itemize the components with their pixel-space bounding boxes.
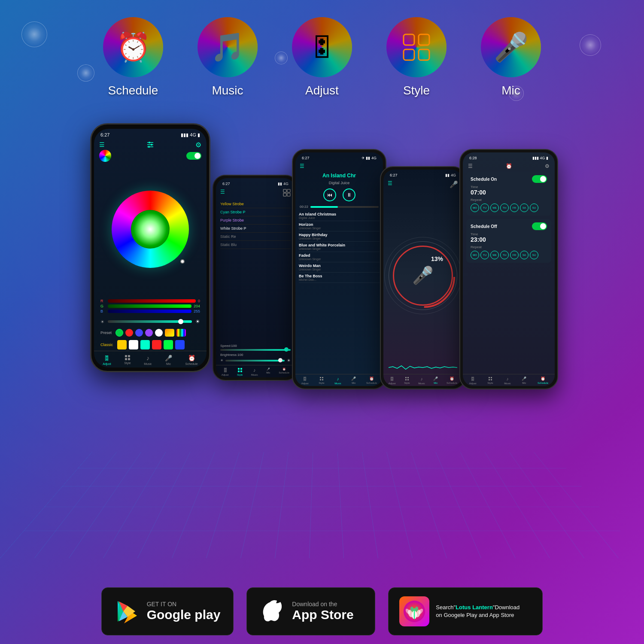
music-nav-mic[interactable]: 🎤 Mic xyxy=(351,377,356,385)
style-nav-mic-label: Mic xyxy=(266,371,270,374)
music-nav-adjust[interactable]: 🎛 Adjust xyxy=(301,377,309,385)
day-fr[interactable]: FR xyxy=(510,204,519,212)
nav-music[interactable]: ♪ Music xyxy=(144,355,152,365)
preset-white[interactable] xyxy=(155,329,163,337)
day-th[interactable]: TH xyxy=(500,204,509,212)
preset-rainbow[interactable] xyxy=(176,329,186,337)
day-mo[interactable]: MO xyxy=(471,204,479,212)
style-nav-music[interactable]: ♪ Music xyxy=(251,368,258,376)
google-play-button[interactable]: GET IT ON Google play xyxy=(101,587,234,635)
day-off-we[interactable]: WE xyxy=(490,251,499,259)
song-entry-0[interactable]: An Island Christmas Digital Juice xyxy=(299,211,380,221)
music-nav-adjust-icon: 🎛 xyxy=(303,377,307,381)
song-entry-5[interactable]: Weirdo Man Unknown Singer xyxy=(299,262,380,273)
classic-blue[interactable] xyxy=(175,340,185,349)
sch-nav-mic[interactable]: 🎤 Mic xyxy=(522,377,526,385)
nav-mic[interactable]: 🎤 Mic xyxy=(165,355,172,365)
color-wheel[interactable] xyxy=(112,191,189,268)
style-item-5[interactable]: Static Re xyxy=(220,233,291,241)
nav-adjust[interactable]: 🎛 Adjust xyxy=(103,355,111,365)
day-off-mo[interactable]: MO xyxy=(471,251,479,259)
style-item-2[interactable]: Cyan Strobe P xyxy=(220,208,291,216)
day-off-sa[interactable]: SA xyxy=(520,251,529,259)
preset-green[interactable] xyxy=(115,329,123,337)
speed-track[interactable] xyxy=(220,349,291,351)
time-track[interactable] xyxy=(310,206,379,208)
day-off-tu[interactable]: TU xyxy=(480,251,489,259)
brightness-track[interactable] xyxy=(108,320,192,323)
schedule-on-toggle[interactable] xyxy=(532,175,547,183)
style-item-3[interactable]: Purple Strobe xyxy=(220,216,291,225)
sch-nav-style[interactable]: Style xyxy=(487,377,493,385)
song-entry-6[interactable]: Be The Boss Michel Doo... xyxy=(299,273,380,283)
style-nav-style[interactable]: Style xyxy=(237,368,243,376)
sch-nav-style-icon xyxy=(488,377,492,381)
day-off-th[interactable]: TH xyxy=(500,251,509,259)
style-item-6[interactable]: Static Blu xyxy=(220,241,291,249)
style-nav-schedule[interactable]: ⏰ Schedule xyxy=(279,368,289,376)
sch-nav-adjust[interactable]: 🎛 Adjust xyxy=(469,377,477,385)
main-phone: 6:27 ▮▮▮ 4G ▮ ☰ ⚙ xyxy=(90,123,210,372)
main-top-bar: ☰ ⚙ xyxy=(94,140,207,150)
day-buttons-off: MO TU WE TH FR SA SU xyxy=(471,251,547,259)
power-toggle[interactable] xyxy=(186,152,201,160)
sch-nav-schedule[interactable]: ⏰ Schedule xyxy=(538,377,548,385)
style-nav-mic[interactable]: 🎤 Mic xyxy=(266,368,270,376)
schedule-off-toggle[interactable] xyxy=(532,222,547,230)
preset-cct[interactable] xyxy=(165,329,174,337)
style-nav-adjust[interactable]: 🎛 Adjust xyxy=(222,368,229,376)
song-entry-4[interactable]: Faded Unknown Singer xyxy=(299,252,380,262)
sch-nav-music[interactable]: ♪ Music xyxy=(504,377,511,385)
style-item-4[interactable]: White Strobe P xyxy=(220,225,291,233)
mic-nav-adjust[interactable]: 🎛 Adjust xyxy=(389,377,396,385)
style-item-1[interactable]: Yellow Strobe xyxy=(220,200,291,208)
svg-rect-29 xyxy=(405,379,407,380)
day-tu[interactable]: TU xyxy=(480,204,489,212)
music-nav-mic-label: Mic xyxy=(352,382,355,384)
music-nav-schedule[interactable]: ⏰ Schedule xyxy=(366,377,377,385)
main-signal: ▮▮▮ 4G ▮ xyxy=(181,132,200,138)
mic-nav-schedule[interactable]: ⏰ Schedule xyxy=(447,377,457,385)
mic-nav-style-label: Style xyxy=(404,382,410,384)
music-nav-music[interactable]: ♪ Music xyxy=(334,377,341,385)
mic-phone: 6:27 ▮▮ 4G ☰ 🎤 13% 🎤 xyxy=(380,166,466,389)
svg-rect-2 xyxy=(404,49,414,60)
brightness-track-2[interactable] xyxy=(225,360,285,361)
pause-btn[interactable]: ⏸ xyxy=(343,188,355,201)
day-su[interactable]: SU xyxy=(530,204,538,212)
lotus-lantern-button[interactable]: Search"Lotus Lantern"Download on Googele… xyxy=(388,587,543,635)
classic-green[interactable] xyxy=(164,340,173,349)
nav-adjust-label: Adjust xyxy=(103,362,111,365)
song-entry-2[interactable]: Happy Birthday Unknown Singer xyxy=(299,231,380,242)
day-sa[interactable]: SA xyxy=(520,204,529,212)
preset-blue[interactable] xyxy=(135,329,143,337)
day-off-su[interactable]: SU xyxy=(530,251,538,259)
classic-red[interactable] xyxy=(152,340,161,349)
classic-yellow[interactable] xyxy=(117,340,127,349)
preset-purple[interactable] xyxy=(145,329,153,337)
classic-white[interactable] xyxy=(129,340,138,349)
song-name-5: Weirdo Man xyxy=(299,264,380,268)
nav-schedule[interactable]: ⏰ Schedule xyxy=(185,355,197,365)
music-nav-style[interactable]: Style xyxy=(319,377,324,385)
svg-rect-20 xyxy=(238,371,240,372)
svg-rect-11 xyxy=(128,355,130,357)
song-entry-1[interactable]: Horizon Unknown Singer xyxy=(299,221,380,231)
waveform-container xyxy=(383,361,462,374)
day-off-fr[interactable]: FR xyxy=(510,251,519,259)
music-nav-style-icon xyxy=(319,377,324,381)
repeat-off-label: Repeat xyxy=(471,245,547,249)
song-entry-3[interactable]: Blue and White Porcelain Unknown Singer xyxy=(299,242,380,252)
preset-red[interactable] xyxy=(125,329,133,337)
svg-rect-23 xyxy=(322,377,323,378)
mic-nav-mic[interactable]: 🎤 Mic xyxy=(433,377,438,385)
day-we[interactable]: WE xyxy=(490,204,499,212)
mic-nav-schedule-label: Schedule xyxy=(447,382,457,384)
mic-nav-style[interactable]: Style xyxy=(404,377,410,385)
prev-btn[interactable]: ⏮ xyxy=(323,188,336,201)
mic-nav-music[interactable]: ♪ Music xyxy=(418,377,425,385)
app-store-button[interactable]: Download on the App Store xyxy=(246,587,375,635)
classic-cyan[interactable] xyxy=(140,340,150,349)
svg-rect-0 xyxy=(404,34,414,45)
nav-style[interactable]: Style xyxy=(124,355,131,365)
